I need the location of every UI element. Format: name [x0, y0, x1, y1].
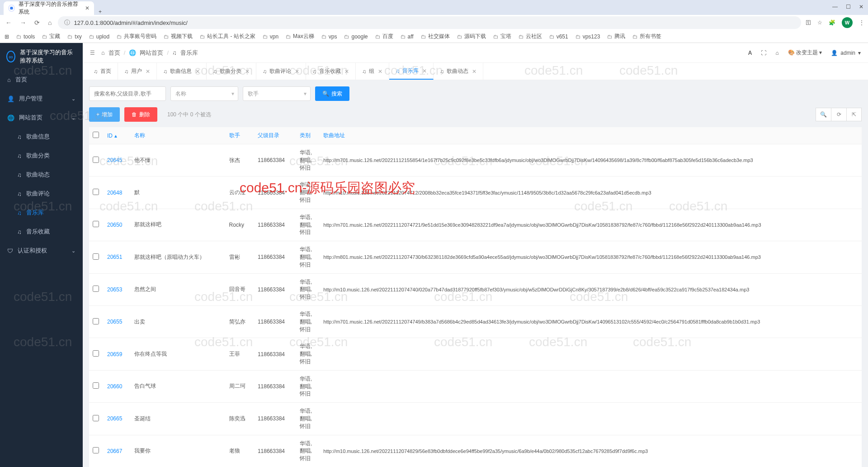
- bookmark-item[interactable]: 🗀社交媒体: [421, 33, 450, 40]
- tab-close-icon[interactable]: ✕: [295, 68, 299, 75]
- font-icon[interactable]: A: [748, 50, 752, 56]
- bookmark-item[interactable]: 🗀vps123: [576, 33, 600, 40]
- bookmark-item[interactable]: 🗀txy: [67, 33, 81, 40]
- bookmark-item[interactable]: 🗀视频下载: [164, 33, 193, 40]
- tab-歌曲分类[interactable]: ♫歌曲分类✕: [207, 63, 256, 80]
- column-header[interactable]: 父级目录: [254, 127, 296, 144]
- apps-icon[interactable]: ⊞: [5, 33, 9, 40]
- close-window-icon[interactable]: ✕: [859, 4, 863, 10]
- delete-button[interactable]: 🗑删除: [124, 107, 157, 122]
- bookmark-item[interactable]: 🗀v651: [549, 33, 568, 40]
- menu-icon[interactable]: ⋮: [859, 19, 864, 26]
- tab-close-icon[interactable]: ✕: [378, 68, 382, 75]
- home-icon[interactable]: ⌂: [46, 17, 53, 28]
- tab-close-icon[interactable]: ✕: [344, 68, 349, 75]
- tab-close-icon[interactable]: ✕: [472, 68, 476, 75]
- tab-组[interactable]: ♫组✕: [356, 63, 389, 80]
- bookmark-item[interactable]: 🗀云社区: [519, 33, 542, 40]
- table-row[interactable]: 20650那就这样吧Rocky118663384华语,翻唱,怀旧http://m…: [89, 209, 862, 241]
- bookmark-item[interactable]: 🗀tools: [16, 33, 35, 40]
- search-toggle-icon[interactable]: 🔍: [816, 108, 831, 121]
- bookmark-item[interactable]: 🗀vps: [321, 33, 337, 40]
- table-row[interactable]: 20660告白气球周二珂118663384华语,翻唱,怀旧: [89, 370, 862, 402]
- export-icon[interactable]: ⇱: [846, 108, 862, 121]
- bookmark-item[interactable]: 🗀google: [344, 33, 368, 40]
- sidebar-item-用户管理[interactable]: 👤用户管理⌄: [0, 89, 83, 108]
- search-button[interactable]: 🔍搜索: [315, 86, 349, 101]
- maximize-icon[interactable]: ☐: [846, 4, 851, 10]
- sidebar-item-网站首页[interactable]: 🌐网站首页⌄: [0, 108, 83, 127]
- row-id[interactable]: 20659: [104, 338, 131, 370]
- forward-icon[interactable]: →: [18, 17, 28, 28]
- row-id[interactable]: 20650: [104, 209, 131, 241]
- tab-close-icon[interactable]: ✕: [422, 68, 427, 74]
- bookmark-item[interactable]: 🗀源码下载: [457, 33, 486, 40]
- tab-歌曲评论[interactable]: ♫歌曲评论✕: [256, 63, 306, 80]
- collapse-icon[interactable]: ☰: [90, 50, 95, 56]
- theme-switcher[interactable]: 🎨 改变主题 ▾: [788, 49, 822, 57]
- row-id[interactable]: 20645: [104, 144, 131, 176]
- row-checkbox[interactable]: [93, 318, 99, 324]
- select-all-checkbox[interactable]: [93, 132, 99, 138]
- key-icon[interactable]: ⚿: [806, 19, 811, 26]
- url-input[interactable]: ⓘ 127.0.0.1:8000/admin/#/admin/index/mus…: [58, 16, 801, 29]
- column-header[interactable]: 歌手: [226, 127, 254, 144]
- bookmark-item[interactable]: 🗀腾讯: [607, 33, 625, 40]
- sidebar-item-认证和授权[interactable]: 🛡认证和授权⌄: [0, 241, 83, 260]
- bookmark-item[interactable]: 🗀共享账号密码: [117, 33, 156, 40]
- table-row[interactable]: 20651那就这样吧（原唱动力火车）雷彬118663384华语,翻唱,怀旧htt…: [89, 241, 862, 273]
- table-row[interactable]: 20659你在终点等我王菲118663384华语,翻唱,怀旧: [89, 338, 862, 370]
- minimize-icon[interactable]: —: [832, 4, 838, 10]
- bookmark-item[interactable]: 🗀宝塔: [493, 33, 511, 40]
- back-icon[interactable]: ←: [4, 17, 14, 28]
- row-checkbox[interactable]: [93, 382, 99, 389]
- browser-tab[interactable]: 基于深度学习的音乐推荐系统 ✕: [4, 1, 94, 15]
- table-row[interactable]: 20665圣诞结陈奕迅118663384华语,翻唱,怀旧: [89, 403, 862, 435]
- row-checkbox[interactable]: [93, 189, 99, 195]
- refresh-icon[interactable]: ⟳: [831, 108, 846, 121]
- reload-icon[interactable]: ⟳: [33, 17, 42, 28]
- bookmark-item[interactable]: 🗀站长工具 - 站长之家: [200, 33, 255, 40]
- table-row[interactable]: 20667我要你老狼118663384华语,翻唱,怀旧http://m10.mu…: [89, 435, 862, 467]
- fullscreen-icon[interactable]: ⛶: [761, 50, 766, 56]
- table-row[interactable]: 20653忽然之间回音哥118663384华语,翻唱,怀旧http://m10.…: [89, 273, 862, 305]
- tab-首页[interactable]: ♫首页: [87, 63, 118, 80]
- tab-close-icon[interactable]: ✕: [245, 68, 250, 75]
- add-button[interactable]: +增加: [89, 107, 120, 122]
- sidebar-item-歌曲信息[interactable]: ♫歌曲信息: [0, 127, 83, 146]
- tab-音乐库[interactable]: ♫音乐库✕: [389, 63, 434, 80]
- sidebar-item-音乐库[interactable]: ♫音乐库: [0, 203, 83, 222]
- row-checkbox[interactable]: [93, 415, 99, 421]
- column-header[interactable]: 类别: [296, 127, 320, 144]
- user-menu[interactable]: 👤 admin ▾: [831, 50, 861, 56]
- table-row[interactable]: 20648默云の泣118663384华语,翻唱,怀旧http://m10.mus…: [89, 176, 862, 209]
- column-header[interactable]: 名称: [131, 127, 225, 144]
- bookmark-item[interactable]: 🗀宝藏: [42, 33, 60, 40]
- row-checkbox[interactable]: [93, 157, 99, 163]
- row-id[interactable]: 20655: [104, 305, 131, 338]
- row-id[interactable]: 20648: [104, 176, 131, 209]
- home-link-icon[interactable]: ⌂: [775, 50, 778, 56]
- app-logo[interactable]: ∞ 基于深度学习的音乐推荐系统: [0, 43, 83, 70]
- sidebar-item-歌曲评论[interactable]: ♫歌曲评论: [0, 184, 83, 203]
- sidebar-item-歌曲动态[interactable]: ♫歌曲动态: [0, 165, 83, 184]
- singer-select[interactable]: 歌手: [243, 86, 311, 101]
- row-checkbox[interactable]: [93, 447, 99, 453]
- row-id[interactable]: 20667: [104, 435, 131, 467]
- extension-icon[interactable]: 🧩: [829, 19, 835, 26]
- star-icon[interactable]: ☆: [817, 19, 822, 26]
- sidebar-item-歌曲分类[interactable]: ♫歌曲分类: [0, 146, 83, 165]
- column-header[interactable]: 歌曲地址: [320, 127, 862, 144]
- tab-歌曲信息[interactable]: ♫歌曲信息✕: [157, 63, 207, 80]
- row-id[interactable]: 20665: [104, 403, 131, 435]
- tab-close-icon[interactable]: ✕: [195, 68, 200, 75]
- tab-歌曲动态[interactable]: ♫歌曲动态✕: [434, 63, 483, 80]
- row-id[interactable]: 20660: [104, 370, 131, 402]
- row-checkbox[interactable]: [93, 221, 99, 227]
- new-tab-button[interactable]: +: [94, 9, 106, 15]
- sidebar-item-首页[interactable]: ⌂首页: [0, 70, 83, 89]
- bookmark-item[interactable]: 🗀Max云梯: [286, 33, 314, 40]
- profile-avatar[interactable]: W: [842, 17, 853, 28]
- bookmark-item[interactable]: 🗀百度: [375, 33, 393, 40]
- tab-用户[interactable]: ♫用户✕: [118, 63, 157, 80]
